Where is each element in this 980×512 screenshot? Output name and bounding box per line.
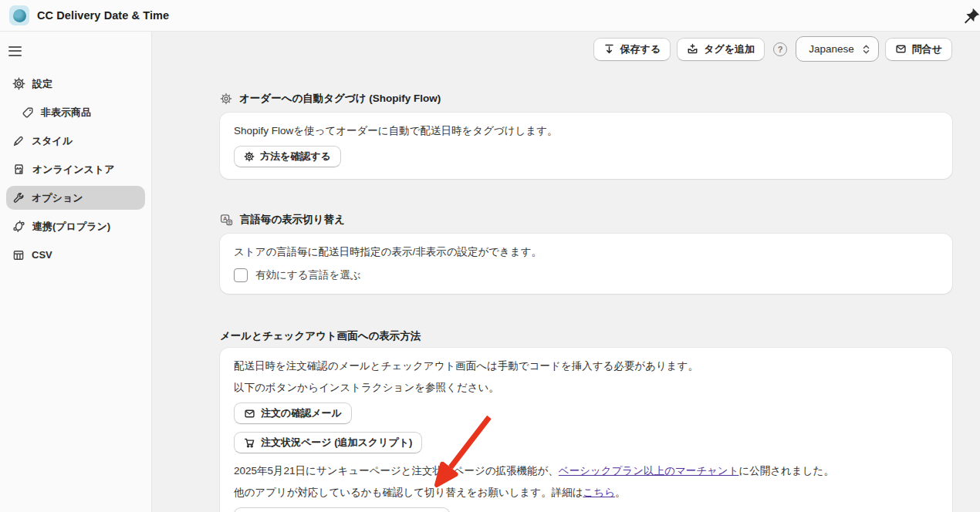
display-section-title: メールとチェックアウト画面への表示方法	[220, 329, 421, 343]
language-select-value: Japanese	[809, 43, 854, 55]
cart-icon	[244, 437, 255, 449]
sidebar-item-label: スタイル	[32, 134, 73, 148]
flow-how-to-button[interactable]: 方法を確認する	[234, 146, 341, 167]
display-description-1: 配送日時を注文確認のメールとチェックアウト画面へは手動でコードを挿入する必要があ…	[234, 359, 938, 374]
language-description: ストアの言語毎に配送日時指定の表示/非表示の設定ができます。	[234, 244, 938, 260]
flow-how-to-button-label: 方法を確認する	[260, 150, 331, 163]
tag-plus-icon	[687, 43, 698, 55]
new-thankyou-status-page-button[interactable]: (新)サンキューページと注文状況ページ	[234, 507, 450, 512]
top-bar: CC Delivery Date & Time	[0, 0, 980, 32]
display-description-2: 以下のボタンからインストラクションを参照ください。	[234, 380, 938, 396]
flow-card: Shopify Flowを使ってオーダーに自動で配送日時をタグづけします。 方法…	[220, 113, 952, 179]
basic-plan-merchant-link[interactable]: ベーシックプラン以上のマーチャント	[559, 465, 739, 477]
add-tag-button-label: タグを追加	[704, 42, 755, 56]
status-button-row: 注文状況ページ (追加スクリプト)	[234, 432, 938, 453]
envelope-icon	[895, 43, 907, 55]
display-card: 配送日時を注文確認のメールとチェックアウト画面へは手動でコードを挿入する必要があ…	[220, 348, 952, 512]
app-logo-icon	[9, 5, 29, 25]
sidebar-item-settings[interactable]: 設定	[6, 72, 145, 96]
language-section-title: 言語毎の表示切り替え	[240, 213, 345, 227]
contact-button-label: 問合せ	[912, 42, 942, 56]
extension-note-2: 他のアプリが対応しているかも確認して切り替えをお願いします。詳細はこちら。	[234, 485, 938, 500]
language-card: ストアの言語毎に配送日時指定の表示/非表示の設定ができます。 有効にする言語を選…	[220, 234, 952, 294]
flow-description: Shopify Flowを使ってオーダーに自動で配送日時をタグづけします。	[234, 123, 938, 139]
new-page-button-row: (新)サンキューページと注文状況ページ	[234, 507, 938, 512]
table-icon	[12, 249, 25, 261]
sidebar-item-label: 非表示商品	[41, 106, 91, 120]
sidebar-item-integrations[interactable]: 連携(プロプラン)	[6, 214, 145, 238]
tag-icon	[22, 106, 34, 119]
sidebar-item-hidden-products[interactable]: 非表示商品	[6, 100, 145, 124]
envelope-icon	[244, 408, 255, 419]
enable-language-checkbox-label: 有効にする言語を選ぶ	[255, 268, 361, 282]
brush-icon	[12, 135, 25, 147]
toolbar: 保存する タグを追加 ? Japanese	[152, 32, 980, 62]
language-checkbox-row: 有効にする言語を選ぶ	[234, 268, 938, 282]
email-button-row: 注文の確認メール	[234, 403, 938, 424]
order-status-page-button[interactable]: 注文状況ページ (追加スクリプト)	[234, 432, 422, 453]
select-chevrons-icon	[862, 44, 870, 55]
save-button[interactable]: 保存する	[593, 38, 671, 61]
gear-icon	[220, 93, 232, 105]
flow-section-title: オーダーへの自動タグづけ (Shopify Flow)	[239, 92, 441, 106]
contact-button[interactable]: 問合せ	[885, 38, 952, 61]
menu-toggle-icon[interactable]	[6, 41, 26, 61]
display-section-header: メールとチェックアウト画面への表示方法	[220, 329, 952, 343]
flow-section-header: オーダーへの自動タグづけ (Shopify Flow)	[220, 92, 952, 106]
sidebar-item-csv[interactable]: CSV	[6, 243, 145, 267]
sidebar: 設定 非表示商品 スタイル オンラインストア	[0, 32, 152, 512]
store-icon	[12, 163, 25, 176]
main-area: 保存する タグを追加 ? Japanese	[152, 32, 980, 512]
save-button-label: 保存する	[620, 42, 661, 56]
integration-icon	[12, 220, 25, 233]
sidebar-item-online-store[interactable]: オンラインストア	[6, 157, 145, 181]
wrench-icon	[12, 192, 25, 204]
language-section-header: A 言語毎の表示切り替え	[220, 213, 952, 227]
details-here-link[interactable]: こちら	[583, 487, 614, 498]
translate-icon: A	[220, 214, 233, 227]
extension-note-1: 2025年5月21日にサンキューページと注文状況ページの拡張機能が、ベーシックプ…	[234, 463, 938, 479]
pin-icon[interactable]	[962, 7, 980, 25]
app-title: CC Delivery Date & Time	[37, 9, 169, 22]
save-icon	[603, 43, 615, 55]
sidebar-item-label: オプション	[32, 191, 83, 205]
language-select[interactable]: Japanese	[796, 36, 879, 62]
gear-icon	[244, 151, 255, 162]
add-tag-button[interactable]: タグを追加	[677, 38, 765, 61]
sidebar-item-style[interactable]: スタイル	[6, 129, 145, 153]
sidebar-item-label: 連携(プロプラン)	[32, 220, 110, 234]
gear-icon	[12, 77, 25, 90]
help-icon[interactable]: ?	[773, 42, 787, 56]
sidebar-item-label: CSV	[32, 249, 52, 261]
sidebar-item-label: 設定	[32, 77, 52, 91]
order-status-page-button-label: 注文状況ページ (追加スクリプト)	[261, 436, 412, 450]
order-confirmation-email-button-label: 注文の確認メール	[261, 406, 342, 420]
sidebar-item-options[interactable]: オプション	[6, 186, 145, 210]
sidebar-item-label: オンラインストア	[32, 163, 114, 177]
settings-content: オーダーへの自動タグづけ (Shopify Flow) Shopify Flow…	[152, 62, 980, 512]
order-confirmation-email-button[interactable]: 注文の確認メール	[234, 403, 352, 424]
enable-language-checkbox[interactable]	[234, 268, 248, 282]
